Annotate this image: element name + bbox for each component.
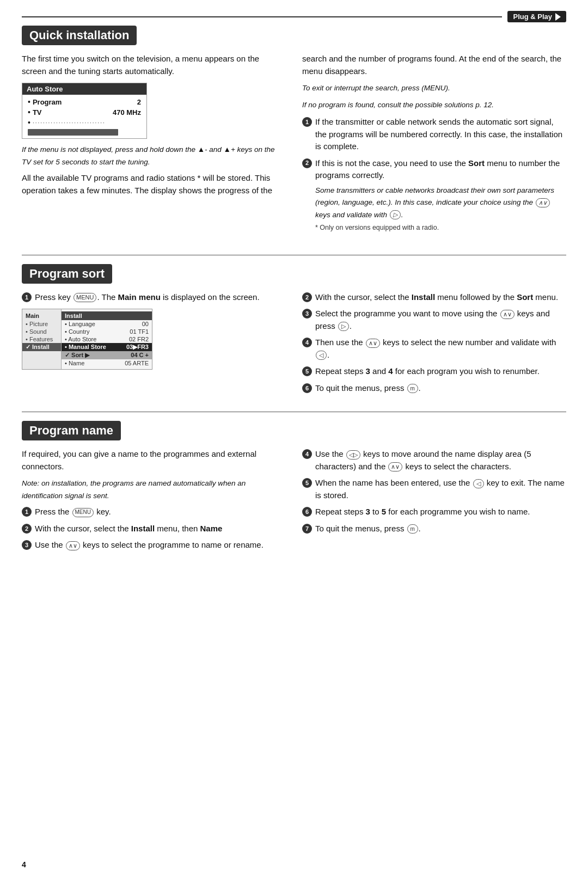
pn-item-4-text: Use the ◁▷ keys to move around the name …	[315, 448, 566, 473]
as-label-program: Program	[33, 98, 71, 106]
pn-item-3-text: Use the ∧∨ keys to select the programme …	[35, 539, 264, 552]
ps-item-2-text: With the cursor, select the Install menu…	[315, 291, 558, 304]
divider-2	[22, 412, 566, 412]
pn-item-4: 4 Use the ◁▷ keys to move around the nam…	[302, 448, 566, 473]
pn-num-5: 5	[302, 478, 312, 488]
plug-play-text: Plug & Play	[513, 13, 552, 21]
pn-item-3: 3 Use the ∧∨ keys to select the programm…	[22, 539, 286, 552]
mr-sort-label: ✓ Sort ▶	[65, 352, 89, 359]
ps-sort-bold: Sort	[517, 292, 533, 302]
ps-item-5-text: Repeat steps 3 and 4 for each program yo…	[315, 365, 540, 378]
mr-name: • Name05 ARTE	[62, 359, 152, 367]
qi-item-1-text: If the transmitter or cable network send…	[315, 116, 566, 153]
ps-item-1: 1 Press key MENU. The Main menu is displ…	[22, 291, 286, 304]
key-up-down: ∧∨	[536, 198, 550, 207]
auto-store-box: Auto Store • Program 2 • TV 470 MHz	[22, 83, 147, 139]
pn-name-bold: Name	[200, 524, 223, 533]
program-sort-col2: 2 With the cursor, select the Install me…	[302, 291, 566, 399]
as-label-tv: TV	[33, 108, 71, 117]
qi-footnote: * Only on versions equipped with a radio…	[315, 223, 566, 233]
ml-item-features: • Features	[22, 335, 61, 343]
pn-item-1-text: Press the MENU key.	[35, 506, 111, 518]
as-dots: ····························	[33, 120, 106, 126]
qi-r-italic1: To exit or interrupt the search, press (…	[302, 84, 450, 92]
as-bullet-1: •	[28, 97, 30, 106]
key-menu-pn: MENU	[72, 508, 94, 517]
as-row-program: • Program 2	[28, 97, 141, 106]
ps-item-5: 5 Repeat steps 3 and 4 for each program …	[302, 365, 566, 378]
pn-install-bold: Install	[131, 524, 155, 533]
ps-item-3: 3 Select the programme you want to move …	[302, 308, 566, 332]
pn-num-3: 3	[22, 540, 32, 550]
mr-autostore-val: 02 FR2	[129, 336, 149, 342]
ps-num-4: 4	[302, 338, 312, 347]
qi-italic-note: If the menu is not displayed, press and …	[22, 145, 275, 166]
key-updown-pn4: ∧∨	[388, 462, 402, 471]
top-line	[22, 16, 502, 17]
key-updown-4: ∧∨	[366, 339, 380, 348]
pn-num-list-right: 4 Use the ◁▷ keys to move around the nam…	[302, 448, 566, 535]
plug-play-arrow	[555, 13, 561, 21]
menu-left: Main • Picture • Sound • Features ✓ Inst…	[22, 309, 62, 369]
ps-num-3: 3	[302, 309, 312, 318]
ps-item-4-text: Then use the ∧∨ keys to select the new n…	[315, 336, 566, 361]
program-sort-title: Program sort	[22, 264, 112, 284]
program-name-col1: If required, you can give a name to the …	[22, 448, 286, 556]
pn-item-6-text: Repeat steps 3 to 5 for each programme y…	[315, 506, 530, 518]
qi-para2: All the available TV programs and radio …	[22, 172, 286, 197]
mr-sort: ✓ Sort ▶04 C +	[62, 351, 152, 359]
quick-install-col1: The first time you switch on the televis…	[22, 53, 286, 242]
ps-item-6-text: To quit the menus, press m.	[315, 382, 421, 395]
qi-item-2: 2 If this is not the case, you need to u…	[302, 157, 566, 237]
mr-country: • Country01 TF1	[62, 328, 152, 335]
mr-country-val: 01 TF1	[130, 328, 149, 335]
ps-num-list-right: 2 With the cursor, select the Install me…	[302, 291, 566, 395]
divider-1	[22, 255, 566, 255]
key-menu-1: MENU	[74, 293, 96, 302]
mr-sort-val: 04 C +	[131, 352, 149, 359]
quick-install-col2: search and the number of programs found.…	[302, 53, 566, 242]
ml-item-sound: • Sound	[22, 328, 61, 335]
qi-r-italic2: If no program is found, consult the poss…	[302, 101, 494, 109]
qi-item-1: 1 If the transmitter or cable network se…	[302, 116, 566, 153]
as-value-tv: 470 MHz	[113, 108, 141, 117]
program-name-title: Program name	[22, 421, 121, 440]
menu-right: Install • Language00 • Country01 TF1 • A…	[62, 309, 152, 369]
ps-num-2: 2	[302, 292, 312, 302]
key-left-pn5: ◁	[473, 479, 484, 488]
quick-install-section: Quick installation The first time you sw…	[22, 26, 566, 242]
top-header: Plug & Play	[22, 11, 566, 22]
mr-name-val: 05 ARTE	[125, 360, 149, 366]
mr-autostore: • Auto Store02 FR2	[62, 335, 152, 343]
key-left-4: ◁	[316, 351, 327, 360]
pn-num-6: 6	[302, 507, 312, 517]
pn-num-2: 2	[22, 524, 32, 534]
ps-item-4: 4 Then use the ∧∨ keys to select the new…	[302, 336, 566, 361]
pn-step5-bold: 5	[382, 507, 386, 516]
qi-num-list: 1 If the transmitter or cable network se…	[302, 116, 566, 237]
ml-title: Main	[22, 311, 61, 320]
program-sort-section: Program sort 1 Press key MENU. The Main …	[22, 264, 566, 399]
ps-item-6: 6 To quit the menus, press m.	[302, 382, 566, 395]
pn-intro: If required, you can give a name to the …	[22, 448, 286, 473]
ps-num-6: 6	[302, 383, 312, 393]
pn-item-5: 5 When the name has been entered, use th…	[302, 477, 566, 501]
ps-num-list-left: 1 Press key MENU. The Main menu is displ…	[22, 291, 286, 304]
qi-intro: The first time you switch on the televis…	[22, 53, 286, 77]
qi-num-1: 1	[302, 117, 312, 127]
program-name-columns: If required, you can give a name to the …	[22, 448, 566, 556]
as-bullet-3: •	[28, 118, 30, 127]
as-row-dots: • ····························	[28, 118, 141, 127]
qi-italic-extra: Some transmitters or cable networks broa…	[315, 186, 554, 219]
ml-item-install: ✓ Install	[22, 343, 61, 351]
key-updown-3: ∧∨	[500, 310, 514, 319]
key-menu-quit-2: m	[407, 524, 418, 534]
ps-num-1: 1	[22, 292, 32, 302]
mr-autostore-label: • Auto Store	[65, 336, 96, 342]
key-leftright-pn4: ◁▷	[346, 450, 360, 460]
mr-manual-label: • Manual Store	[65, 344, 106, 351]
key-right-3: ▷	[338, 322, 349, 331]
pn-item-6: 6 Repeat steps 3 to 5 for each programme…	[302, 506, 566, 518]
as-value-program: 2	[137, 98, 141, 106]
mr-lang-val: 00	[142, 321, 149, 327]
